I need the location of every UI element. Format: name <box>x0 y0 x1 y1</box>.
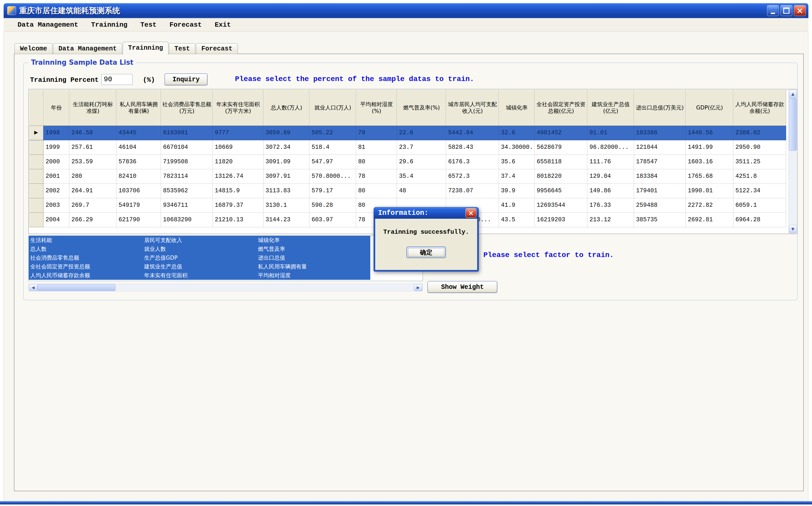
grid-cell[interactable]: 5122.34 <box>733 184 786 198</box>
grid-cell[interactable]: 23.7 <box>397 140 446 155</box>
factor-item[interactable]: 人均人民币储蓄存款余额 <box>29 271 143 280</box>
grid-cell[interactable]: 91.01 <box>588 126 634 140</box>
grid-cell[interactable]: 9777 <box>213 126 263 140</box>
factor-listbox[interactable]: 生活耗能总人数社会消费品零售总额全社会固定资产投资总额人均人民币储蓄存款余额居民… <box>28 236 423 281</box>
grid-cell[interactable]: 6193991 <box>161 126 213 140</box>
grid-cell[interactable]: 22.6 <box>397 126 446 140</box>
grid-cell[interactable]: 579.17 <box>309 184 356 198</box>
grid-cell[interactable]: 80 <box>356 155 397 169</box>
grid-cell[interactable]: 2003 <box>43 198 69 213</box>
current-row-indicator[interactable]: ▶ <box>29 126 43 140</box>
grid-cell[interactable]: 79 <box>356 126 397 140</box>
grid-cell[interactable]: 3113.83 <box>263 184 309 198</box>
grid-cell[interactable]: 1998 <box>43 126 69 140</box>
grid-header-cell-0[interactable]: 年份 <box>43 90 69 126</box>
grid-cell[interactable]: 81 <box>356 140 397 155</box>
grid-header-cell-15[interactable]: 人均人民币储蓄存款余额(元) <box>733 90 786 126</box>
factor-item[interactable]: 社会消费品零售总额 <box>29 253 143 262</box>
menu-item-exit[interactable]: Exit <box>210 20 236 30</box>
grid-cell[interactable]: 2950.90 <box>733 140 786 155</box>
factor-item[interactable]: 年末实有住宅面积 <box>143 271 256 280</box>
grid-cell[interactable]: 3097.91 <box>263 169 309 184</box>
scroll-down-button[interactable]: ▼ <box>789 225 797 233</box>
grid-cell[interactable]: 6176.3 <box>446 155 499 169</box>
grid-cell[interactable]: 269.7 <box>69 198 116 213</box>
grid-cell[interactable]: 2388.02 <box>733 126 786 140</box>
factor-item[interactable]: 建筑业生产总值 <box>143 262 256 271</box>
grid-cell[interactable]: 21210.13 <box>213 213 263 227</box>
grid-cell[interactable]: 8535962 <box>161 184 213 198</box>
grid-cell[interactable]: 3091.09 <box>263 155 309 169</box>
grid-header-cell-2[interactable]: 私人民用车辆拥有量(辆) <box>116 90 161 126</box>
dialog-title-bar[interactable]: Information: × <box>374 207 478 219</box>
row-selector[interactable] <box>29 198 43 213</box>
grid-cell[interactable]: 46104 <box>116 140 161 155</box>
grid-header-cell-4[interactable]: 年末实有住宅面积(万平方米) <box>213 90 263 126</box>
grid-cell[interactable]: 1765.68 <box>686 169 733 184</box>
grid-cell[interactable]: 3072.34 <box>263 140 309 155</box>
grid-cell[interactable]: 385735 <box>634 213 686 227</box>
trainning-percent-input[interactable] <box>101 74 132 85</box>
grid-cell[interactable]: 29.6 <box>397 155 446 169</box>
menu-item-trainning[interactable]: Trainning <box>86 20 132 30</box>
grid-cell[interactable]: 253.59 <box>69 155 116 169</box>
grid-cell[interactable]: 4981452 <box>535 126 588 140</box>
grid-cell[interactable]: 6059.1 <box>733 198 786 213</box>
grid-cell[interactable]: 257.61 <box>69 140 116 155</box>
grid-vertical-scrollbar[interactable]: ▲ ▼ <box>789 90 797 234</box>
grid-cell[interactable]: 12693544 <box>535 198 588 213</box>
grid-cell[interactable]: 518.4 <box>309 140 356 155</box>
grid-cell[interactable]: 35.6 <box>499 155 535 169</box>
row-selector[interactable] <box>29 169 43 184</box>
grid-header-cell-8[interactable]: 燃气普及率(%) <box>397 90 446 126</box>
factor-item[interactable]: 生产总值GDP <box>143 253 256 262</box>
tab-welcome[interactable]: Welcome <box>14 43 53 54</box>
grid-cell[interactable]: 5828.43 <box>446 140 499 155</box>
grid-cell[interactable]: 547.97 <box>309 155 356 169</box>
factor-item[interactable]: 平均相对湿度 <box>256 271 370 280</box>
tab-forecast[interactable]: Forecast <box>196 43 238 54</box>
grid-cell[interactable]: 11820 <box>213 155 263 169</box>
grid-cell[interactable]: 213.12 <box>588 213 634 227</box>
grid-cell[interactable]: 590.28 <box>309 198 356 213</box>
grid-cell[interactable]: 266.29 <box>69 213 116 227</box>
grid-cell[interactable]: 9956645 <box>535 184 588 198</box>
grid-cell[interactable]: 3059.69 <box>263 126 309 140</box>
grid-cell[interactable]: 2004 <box>43 213 69 227</box>
scroll-left-button[interactable]: ◀ <box>29 284 37 291</box>
grid-cell[interactable]: 1491.99 <box>686 140 733 155</box>
grid-cell[interactable]: 2272.82 <box>686 198 733 213</box>
factor-item[interactable]: 进出口总值 <box>256 253 370 262</box>
grid-cell[interactable]: 16219203 <box>535 213 588 227</box>
grid-cell[interactable]: 32.6 <box>499 126 535 140</box>
grid-header-cell-13[interactable]: 进出口总值(万美元) <box>634 90 686 126</box>
grid-header-cell-1[interactable]: 生活能耗(万吨标准煤) <box>69 90 116 126</box>
grid-cell[interactable]: 505.22 <box>309 126 356 140</box>
grid-cell[interactable]: 1999 <box>43 140 69 155</box>
grid-cell[interactable]: 16879.37 <box>213 198 263 213</box>
grid-cell[interactable]: 2002 <box>43 184 69 198</box>
factor-item[interactable]: 燃气普及率 <box>256 245 370 253</box>
row-selector[interactable] <box>29 140 43 155</box>
grid-header-cell-10[interactable]: 城镇化率 <box>499 90 535 126</box>
vertical-scroll-thumb[interactable] <box>789 98 797 151</box>
grid-cell[interactable]: 43.5 <box>499 213 535 227</box>
menu-item-data-management[interactable]: Data Management <box>13 20 83 30</box>
grid-cell[interactable]: 3144.23 <box>263 213 309 227</box>
inquiry-button[interactable]: Inquiry <box>165 74 207 85</box>
grid-cell[interactable]: 96.82000... <box>588 140 634 155</box>
grid-row-1999[interactable]: 1999257.61461046670104106693072.34518.48… <box>29 140 789 155</box>
row-selector[interactable] <box>29 213 43 227</box>
grid-cell[interactable]: 48 <box>397 184 446 198</box>
grid-cell[interactable]: 9346711 <box>161 198 213 213</box>
grid-cell[interactable]: 264.91 <box>69 184 116 198</box>
tab-data-management[interactable]: Data Management <box>53 43 122 54</box>
grid-cell[interactable]: 129.04 <box>588 169 634 184</box>
minimize-button[interactable] <box>767 5 779 16</box>
factor-item[interactable]: 城镇化率 <box>256 236 370 245</box>
grid-header-cell-12[interactable]: 建筑业生产总值(亿元) <box>588 90 634 126</box>
grid-cell[interactable]: 6572.3 <box>446 169 499 184</box>
grid-cell[interactable]: 1603.16 <box>686 155 733 169</box>
factor-item[interactable]: 私人民用车辆拥有量 <box>256 262 370 271</box>
grid-cell[interactable]: 2001 <box>43 169 69 184</box>
